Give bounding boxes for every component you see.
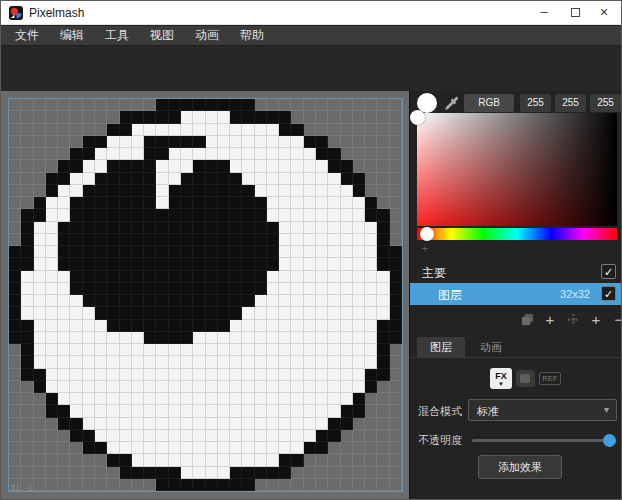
pixel-cell[interactable] [95, 111, 107, 123]
pixel-cell[interactable] [46, 405, 58, 417]
pixel-cell[interactable] [365, 99, 377, 111]
pixel-cell[interactable] [58, 197, 70, 209]
pixel-cell[interactable] [255, 222, 267, 234]
maximize-button[interactable] [560, 1, 590, 25]
pixel-cell[interactable] [377, 442, 389, 454]
pixel-cell[interactable] [328, 246, 340, 258]
pixel-cell[interactable] [390, 197, 402, 209]
pixel-cell[interactable] [70, 405, 82, 417]
pixel-cell[interactable] [230, 320, 242, 332]
pixel-cell[interactable] [193, 430, 205, 442]
pixel-cell[interactable] [365, 442, 377, 454]
pixel-cell[interactable] [328, 99, 340, 111]
pixel-cell[interactable] [377, 356, 389, 368]
pixel-cell[interactable] [181, 111, 193, 123]
pixel-cell[interactable] [144, 258, 156, 270]
pixel-cell[interactable] [255, 356, 267, 368]
pixel-cell[interactable] [328, 209, 340, 221]
pixel-cell[interactable] [390, 344, 402, 356]
pixel-cell[interactable] [341, 283, 353, 295]
pixel-cell[interactable] [46, 369, 58, 381]
pixel-cell[interactable] [169, 124, 181, 136]
pixel-cell[interactable] [95, 185, 107, 197]
pixel-cell[interactable] [218, 160, 230, 172]
pixel-cell[interactable] [377, 197, 389, 209]
pixel-cell[interactable] [218, 454, 230, 466]
pixel-cell[interactable] [34, 160, 46, 172]
pixel-cell[interactable] [328, 307, 340, 319]
pixel-cell[interactable] [9, 148, 21, 160]
pixel-cell[interactable] [34, 295, 46, 307]
pixel-cell[interactable] [46, 295, 58, 307]
pixel-cell[interactable] [255, 430, 267, 442]
duplicate-layer-icon[interactable] [517, 309, 537, 329]
pixel-cell[interactable] [9, 124, 21, 136]
opacity-handle[interactable] [603, 434, 616, 447]
pixel-cell[interactable] [169, 393, 181, 405]
pixel-cell[interactable] [267, 246, 279, 258]
pixel-cell[interactable] [328, 467, 340, 479]
pixel-cell[interactable] [365, 136, 377, 148]
pixel-cell[interactable] [95, 307, 107, 319]
pixel-cell[interactable] [291, 124, 303, 136]
pixel-cell[interactable] [255, 307, 267, 319]
tab-layers[interactable]: 图层 [417, 337, 465, 358]
pixel-cell[interactable] [218, 246, 230, 258]
pixel-cell[interactable] [193, 136, 205, 148]
pixel-cell[interactable] [390, 430, 402, 442]
pixel-cell[interactable] [206, 246, 218, 258]
pixel-cell[interactable] [267, 430, 279, 442]
pixel-cell[interactable] [218, 258, 230, 270]
pixel-cell[interactable] [291, 185, 303, 197]
pixel-cell[interactable] [46, 418, 58, 430]
pixel-cell[interactable] [242, 356, 254, 368]
pixel-cell[interactable] [70, 344, 82, 356]
pixel-cell[interactable] [230, 369, 242, 381]
pixel-cell[interactable] [169, 332, 181, 344]
pixel-cell[interactable] [365, 234, 377, 246]
pixel-cell[interactable] [21, 222, 33, 234]
pixel-cell[interactable] [169, 295, 181, 307]
pixel-cell[interactable] [267, 467, 279, 479]
menu-item-4[interactable]: 动画 [189, 26, 225, 45]
pixel-cell[interactable] [95, 405, 107, 417]
pixel-cell[interactable] [316, 185, 328, 197]
pixel-cell[interactable] [390, 393, 402, 405]
pixel-cell[interactable] [169, 111, 181, 123]
pixel-cell[interactable] [144, 271, 156, 283]
pixel-cell[interactable] [21, 111, 33, 123]
pixel-cell[interactable] [304, 234, 316, 246]
pixel-cell[interactable] [279, 136, 291, 148]
pixel-cell[interactable] [218, 320, 230, 332]
pixel-cell[interactable] [316, 246, 328, 258]
pixel-cell[interactable] [230, 405, 242, 417]
pixel-cell[interactable] [9, 344, 21, 356]
pixel-cell[interactable] [267, 124, 279, 136]
pixel-cell[interactable] [304, 344, 316, 356]
pixel-cell[interactable] [230, 222, 242, 234]
pixel-cell[interactable] [230, 418, 242, 430]
pixel-cell[interactable] [120, 148, 132, 160]
pixel-cell[interactable] [328, 393, 340, 405]
pixel-cell[interactable] [341, 479, 353, 491]
pixel-cell[interactable] [242, 332, 254, 344]
pixel-cell[interactable] [316, 418, 328, 430]
pixel-cell[interactable] [34, 479, 46, 491]
pixel-cell[interactable] [390, 111, 402, 123]
pixel-cell[interactable] [377, 234, 389, 246]
pixel-cell[interactable] [341, 160, 353, 172]
pixel-cell[interactable] [316, 258, 328, 270]
pixel-cell[interactable] [144, 234, 156, 246]
pixel-cell[interactable] [169, 369, 181, 381]
pixel-cell[interactable] [353, 479, 365, 491]
pixel-cell[interactable] [230, 271, 242, 283]
pixel-cell[interactable] [34, 99, 46, 111]
pixel-cell[interactable] [193, 467, 205, 479]
pixel-cell[interactable] [328, 111, 340, 123]
pixel-cell[interactable] [328, 356, 340, 368]
saturation-value-picker[interactable] [417, 113, 617, 226]
menu-item-1[interactable]: 编辑 [54, 26, 90, 45]
pixel-cell[interactable] [304, 369, 316, 381]
pixel-cell[interactable] [353, 442, 365, 454]
pixel-cell[interactable] [291, 136, 303, 148]
